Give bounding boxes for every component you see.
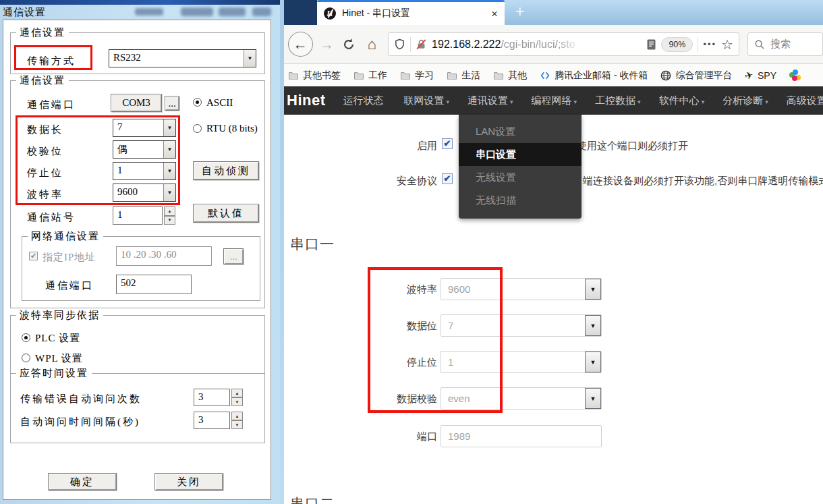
background-blur-artifact bbox=[181, 7, 213, 16]
group-title: 网络通信设置 bbox=[28, 230, 103, 243]
auto-detect-button[interactable]: 自动侦测 bbox=[193, 161, 259, 180]
colorful-app-icon[interactable] bbox=[789, 69, 801, 81]
reader-mode-icon[interactable] bbox=[646, 38, 656, 51]
dropdown-arrow-icon[interactable]: ▼ bbox=[585, 279, 601, 300]
dropdown-arrow-icon[interactable]: ▼ bbox=[244, 50, 256, 67]
bookmark-folder-misc[interactable]: 其他 bbox=[493, 69, 527, 82]
new-tab-button[interactable]: + bbox=[515, 3, 524, 21]
transfer-mode-value: RS232 bbox=[109, 50, 244, 67]
comm-port-browse-button[interactable]: ... bbox=[165, 96, 179, 111]
group-title: 通信设置 bbox=[16, 74, 69, 87]
search-placeholder: 搜索 bbox=[770, 38, 791, 51]
comm-port-button[interactable]: COM3 bbox=[111, 94, 162, 112]
dropdown-arrow-icon[interactable]: ▼ bbox=[163, 163, 175, 179]
group-title: 应答时间设置 bbox=[16, 367, 92, 380]
bookmark-folder-work[interactable]: 工作 bbox=[353, 69, 387, 82]
security-note: 端连接设备则必须打开该功能,否则串口牌透明传输模式 bbox=[583, 175, 823, 188]
bookmark-star-icon[interactable]: ☆ bbox=[721, 38, 733, 51]
reload-button[interactable] bbox=[341, 37, 358, 52]
rtu-radio[interactable] bbox=[193, 124, 202, 133]
data-length-select[interactable]: 7 ▼ bbox=[113, 119, 176, 137]
nav-item-comm-settings[interactable]: 通讯设置▾ bbox=[467, 94, 513, 107]
chevron-down-icon: ▾ bbox=[765, 99, 768, 105]
bookmark-folder-other[interactable]: 其他书签 bbox=[288, 69, 341, 82]
dialog-title: 通信设置 bbox=[3, 6, 46, 19]
dropdown-arrow-icon[interactable]: ▼ bbox=[163, 141, 175, 158]
spin-down-icon[interactable]: ▼ bbox=[231, 420, 243, 429]
spin-up-icon[interactable]: ▲ bbox=[231, 389, 243, 397]
plc-radio[interactable] bbox=[22, 333, 30, 342]
enable-checkbox[interactable]: ✔ bbox=[442, 138, 453, 149]
spin-up-icon[interactable]: ▲ bbox=[231, 412, 243, 420]
stop-bits-field-label: 停止位 bbox=[320, 356, 437, 369]
tracking-shield-icon[interactable] bbox=[394, 38, 405, 51]
interval-input[interactable]: 3 bbox=[194, 412, 230, 429]
retry-count-input[interactable]: 3 bbox=[194, 389, 230, 406]
interval-label: 自动询问时间间隔(秒) bbox=[20, 416, 140, 428]
spin-down-icon[interactable]: ▼ bbox=[231, 397, 243, 406]
parity-field[interactable]: even ▼ bbox=[441, 387, 602, 410]
nav-item-network-settings[interactable]: 联网设置▾ bbox=[404, 94, 450, 107]
stop-bits-field[interactable]: 1 ▼ bbox=[441, 351, 602, 373]
security-protocol-checkbox[interactable]: ✔ bbox=[442, 173, 453, 184]
parity-field-value: even bbox=[448, 393, 470, 404]
port-field[interactable]: 1989 bbox=[441, 425, 602, 447]
baud-rate-field[interactable]: 9600 ▼ bbox=[441, 278, 602, 300]
browser-window: H Hinet - 串口设置 × + ← → ⌂ 192.168.2.2 bbox=[280, 0, 823, 504]
bookmark-spy[interactable]: ✈ SPY bbox=[745, 69, 776, 82]
search-box[interactable]: 搜索 bbox=[747, 32, 823, 56]
transfer-mode-select[interactable]: RS232 ▼ bbox=[109, 49, 256, 67]
wpl-radio-label: WPL 设置 bbox=[35, 352, 83, 365]
dropdown-arrow-icon[interactable]: ▼ bbox=[585, 352, 601, 372]
browser-tab[interactable]: H Hinet - 串口设置 × bbox=[317, 0, 505, 25]
baud-rate-select[interactable]: 9600 ▼ bbox=[113, 184, 176, 202]
nav-item-industrial-data[interactable]: 工控数据▾ bbox=[595, 94, 641, 107]
forward-button[interactable]: → bbox=[318, 36, 336, 53]
bookmark-tencent-mail[interactable]: 腾讯企业邮箱 - 收件箱 bbox=[540, 69, 648, 82]
site-logo[interactable]: Hinet bbox=[287, 92, 326, 109]
dropdown-arrow-icon[interactable]: ▼ bbox=[163, 119, 175, 136]
back-button[interactable]: ← bbox=[288, 32, 313, 57]
zoom-level-badge[interactable]: 90% bbox=[661, 37, 693, 52]
dropdown-arrow-icon[interactable]: ▼ bbox=[585, 315, 601, 336]
bookmark-label: 其他 bbox=[508, 69, 527, 82]
station-input[interactable]: 1 bbox=[113, 206, 163, 225]
dropdown-arrow-icon[interactable]: ▼ bbox=[585, 388, 601, 409]
menu-item-serial-settings[interactable]: 串口设置 bbox=[459, 143, 581, 166]
menu-item-wireless-settings[interactable]: 无线设置 bbox=[459, 166, 581, 189]
menu-item-lan-settings[interactable]: LAN设置 bbox=[459, 120, 581, 143]
menu-item-wireless-scan[interactable]: 无线扫描 bbox=[459, 189, 581, 212]
nav-item-diagnostics[interactable]: 分析诊断▾ bbox=[722, 94, 768, 107]
insecure-lock-icon[interactable] bbox=[416, 38, 427, 51]
close-button[interactable]: 关闭 bbox=[154, 473, 223, 491]
nav-item-advanced-settings[interactable]: 高级设置 bbox=[787, 94, 823, 107]
ok-button[interactable]: 确定 bbox=[48, 473, 117, 491]
dropdown-arrow-icon[interactable]: ▼ bbox=[163, 184, 175, 201]
bookmark-folder-life[interactable]: 生活 bbox=[447, 69, 480, 82]
nav-item-programming-network[interactable]: 编程网络▾ bbox=[532, 94, 577, 107]
page-actions-icon[interactable]: ••• bbox=[703, 39, 716, 49]
station-spinner[interactable]: ▲ ▼ bbox=[164, 206, 175, 225]
nav-item-run-status[interactable]: 运行状态 bbox=[343, 94, 386, 107]
nav-item-software-center[interactable]: 软件中心▾ bbox=[659, 94, 705, 107]
browser-toolbar: ← → ⌂ 192.168.2.222 /cgi-bin/luci/;sto bbox=[280, 25, 823, 64]
ascii-radio[interactable] bbox=[193, 98, 202, 107]
interval-spinner[interactable]: ▲ ▼ bbox=[231, 412, 243, 429]
parity-select[interactable]: 偶 ▼ bbox=[113, 140, 176, 159]
retry-count-spinner[interactable]: ▲ ▼ bbox=[231, 389, 243, 406]
bookmark-mgmt-platform[interactable]: 综合管理平台 bbox=[660, 69, 732, 82]
data-length-value: 7 bbox=[113, 119, 163, 136]
data-bits-field-label: 数据位 bbox=[320, 320, 437, 333]
bookmark-label: 腾讯企业邮箱 - 收件箱 bbox=[555, 69, 648, 82]
net-port-input[interactable]: 502 bbox=[116, 275, 192, 294]
default-value-button[interactable]: 默认值 bbox=[193, 204, 259, 223]
bookmark-folder-study[interactable]: 学习 bbox=[400, 69, 434, 82]
wpl-radio[interactable] bbox=[22, 354, 30, 362]
spin-down-icon[interactable]: ▼ bbox=[164, 216, 175, 225]
home-button[interactable]: ⌂ bbox=[362, 36, 381, 53]
stop-bit-select[interactable]: 1 ▼ bbox=[113, 162, 176, 180]
data-bits-field[interactable]: 7 ▼ bbox=[441, 314, 602, 337]
url-bar[interactable]: 192.168.2.222 /cgi-bin/luci/;sto 90% •••… bbox=[388, 32, 739, 56]
spin-up-icon[interactable]: ▲ bbox=[164, 206, 175, 216]
tab-close-icon[interactable]: × bbox=[491, 8, 498, 20]
